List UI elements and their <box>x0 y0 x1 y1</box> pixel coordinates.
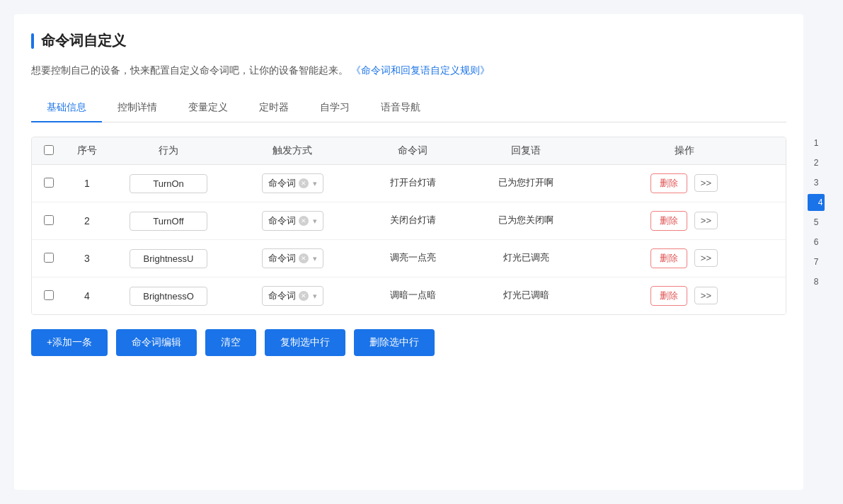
row1-delete-button[interactable]: 删除 <box>650 173 687 193</box>
row3-checkbox[interactable] <box>44 253 54 263</box>
row1-action: 删除 >> <box>583 173 786 193</box>
header-action: 操作 <box>583 144 786 157</box>
row2-checkbox-col <box>32 215 66 227</box>
row1-behavior: TurnOn <box>108 174 229 193</box>
tab-voice-nav[interactable]: 语音导航 <box>365 94 436 122</box>
row1-trigger-arrow[interactable]: ▾ <box>313 179 317 188</box>
row2-behavior: TurnOff <box>108 212 229 231</box>
row2-trigger-label: 命令词 <box>268 214 296 227</box>
row2-more-button[interactable]: >> <box>694 212 718 229</box>
edit-command-button[interactable]: 命令词编辑 <box>116 329 197 356</box>
row4-trigger: 命令词 ✕ ▾ <box>229 286 356 306</box>
tab-basic-info[interactable]: 基础信息 <box>31 94 102 122</box>
row4-more-button[interactable]: >> <box>694 287 718 304</box>
table-row: 2 TurnOff 命令词 ✕ ▾ 关闭台灯请 已为您关闭啊 <box>32 202 786 240</box>
row3-behavior: BrightnessU <box>108 249 229 268</box>
row4-action: 删除 >> <box>583 286 786 306</box>
row3-trigger-arrow[interactable]: ▾ <box>313 254 317 263</box>
row3-trigger-remove[interactable]: ✕ <box>299 253 309 263</box>
table-row: 3 BrightnessU 命令词 ✕ ▾ 调亮一点亮 灯光已调亮 <box>32 240 786 277</box>
table-row: 1 TurnOn 命令词 ✕ ▾ 打开台灯请 已为您打开啊 <box>32 165 786 202</box>
row1-trigger: 命令词 ✕ ▾ <box>229 173 356 193</box>
row2-behavior-value: TurnOff <box>130 212 207 231</box>
row1-seq: 1 <box>66 178 108 189</box>
row2-reply-value: 已为您关闭啊 <box>498 214 554 227</box>
row1-behavior-value: TurnOn <box>130 174 207 193</box>
row1-reply-value: 已为您打开啊 <box>498 176 554 189</box>
row2-trigger-arrow[interactable]: ▾ <box>313 217 317 226</box>
row4-trigger-label: 命令词 <box>268 290 296 302</box>
row4-reply: 灯光已调暗 <box>469 289 583 304</box>
row3-command: 调亮一点亮 <box>356 251 469 266</box>
row1-command: 打开台灯请 <box>356 176 469 191</box>
row4-delete-button[interactable]: 删除 <box>650 286 687 306</box>
row4-command: 调暗一点暗 <box>356 289 469 304</box>
page-title-bar: 命令词自定义 <box>31 31 786 50</box>
row2-command: 关闭台灯请 <box>356 214 469 229</box>
row4-behavior-value: BrightnessO <box>130 287 207 306</box>
sidebar-num-1[interactable]: 1 <box>808 134 825 151</box>
row2-trigger-tag[interactable]: 命令词 ✕ ▾ <box>262 211 323 231</box>
subtitle-row: 想要控制自己的设备，快来配置自定义命令词吧，让你的设备智能起来。 《命令词和回复… <box>31 64 786 77</box>
header-reply: 回复语 <box>469 144 583 157</box>
row1-reply: 已为您打开啊 <box>469 176 583 191</box>
tab-timer[interactable]: 定时器 <box>243 94 304 122</box>
row4-reply-value: 灯光已调暗 <box>503 289 549 302</box>
row3-reply: 灯光已调亮 <box>469 251 583 266</box>
add-row-button[interactable]: +添加一条 <box>31 329 108 356</box>
sidebar-num-4[interactable]: ▶4 <box>808 194 825 211</box>
tab-self-learn[interactable]: 自学习 <box>304 94 365 122</box>
row3-reply-value: 灯光已调亮 <box>503 251 549 264</box>
command-table: 序号 行为 触发方式 命令词 回复语 操作 1 TurnOn 命令词 <box>31 137 786 315</box>
row4-command-value: 调暗一点暗 <box>390 289 436 302</box>
row3-trigger: 命令词 ✕ ▾ <box>229 248 356 268</box>
row2-action: 删除 >> <box>583 211 786 231</box>
row4-trigger-remove[interactable]: ✕ <box>299 291 309 301</box>
row1-checkbox[interactable] <box>44 178 54 188</box>
row4-checkbox[interactable] <box>44 290 54 300</box>
row1-trigger-remove[interactable]: ✕ <box>299 178 309 188</box>
sidebar-num-5[interactable]: 5 <box>808 214 825 231</box>
row4-trigger-tag[interactable]: 命令词 ✕ ▾ <box>262 286 323 306</box>
row4-behavior: BrightnessO <box>108 287 229 306</box>
tab-control-detail[interactable]: 控制详情 <box>102 94 173 122</box>
select-all-checkbox[interactable] <box>44 145 54 155</box>
row2-trigger-remove[interactable]: ✕ <box>299 216 309 226</box>
row1-trigger-tag[interactable]: 命令词 ✕ ▾ <box>262 173 323 193</box>
row3-delete-button[interactable]: 删除 <box>650 248 687 268</box>
sidebar-num-6[interactable]: 6 <box>808 234 825 251</box>
copy-selected-button[interactable]: 复制选中行 <box>265 329 345 356</box>
row1-more-button[interactable]: >> <box>694 174 718 192</box>
title-accent <box>31 33 34 49</box>
page-title: 命令词自定义 <box>41 31 126 50</box>
header-command: 命令词 <box>356 144 469 157</box>
sidebar-arrow: ▶ <box>810 196 818 210</box>
sidebar-num-3[interactable]: 3 <box>808 174 825 191</box>
row3-command-value: 调亮一点亮 <box>390 251 436 264</box>
row3-more-button[interactable]: >> <box>694 249 718 267</box>
header-trigger: 触发方式 <box>229 144 356 157</box>
row3-action: 删除 >> <box>583 248 786 268</box>
header-seq: 序号 <box>66 144 108 157</box>
right-sidebar: 1 2 3 ▶4 5 6 7 8 <box>803 14 829 490</box>
action-buttons-row: +添加一条 命令词编辑 清空 复制选中行 删除选中行 <box>31 329 786 356</box>
row3-trigger-tag[interactable]: 命令词 ✕ ▾ <box>262 248 323 268</box>
row4-checkbox-col <box>32 290 66 302</box>
subtitle-text: 想要控制自己的设备，快来配置自定义命令词吧，让你的设备智能起来。 <box>31 64 348 76</box>
row3-trigger-label: 命令词 <box>268 252 296 265</box>
row2-seq: 2 <box>66 215 108 227</box>
tab-variable-def[interactable]: 变量定义 <box>173 94 243 122</box>
row2-delete-button[interactable]: 删除 <box>650 211 687 231</box>
row2-command-value: 关闭台灯请 <box>390 214 436 227</box>
row4-trigger-arrow[interactable]: ▾ <box>313 292 317 301</box>
row2-checkbox[interactable] <box>44 215 54 225</box>
row3-checkbox-col <box>32 253 66 265</box>
subtitle-link[interactable]: 《命令词和回复语自定义规则》 <box>351 64 490 76</box>
row1-checkbox-col <box>32 178 66 190</box>
row1-command-value: 打开台灯请 <box>390 176 436 189</box>
sidebar-num-8[interactable]: 8 <box>808 273 825 290</box>
clear-button[interactable]: 清空 <box>205 329 256 356</box>
sidebar-num-2[interactable]: 2 <box>808 154 825 171</box>
delete-selected-button[interactable]: 删除选中行 <box>354 329 435 356</box>
sidebar-num-7[interactable]: 7 <box>808 253 825 270</box>
